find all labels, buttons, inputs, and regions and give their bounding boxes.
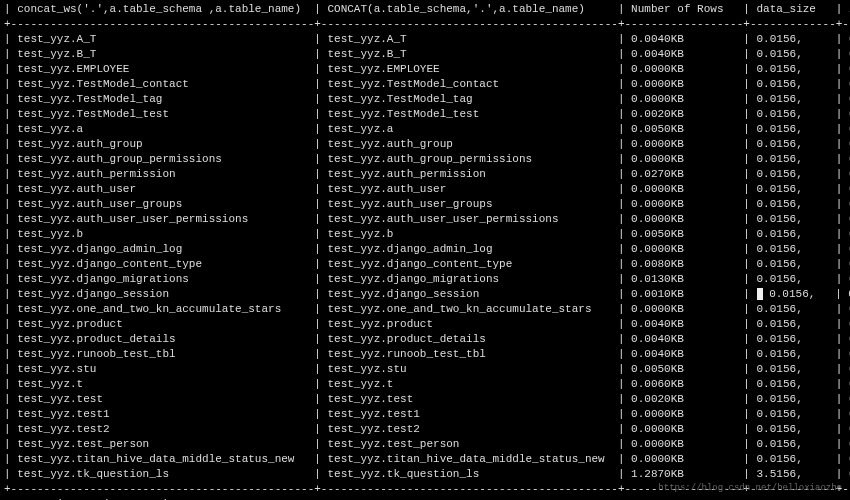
- watermark-text: https://blog.csdn.net/helloxiaozhe: [658, 481, 842, 496]
- terminal-output: | concat_ws('.',a.table_schema ,a.table_…: [0, 0, 850, 500]
